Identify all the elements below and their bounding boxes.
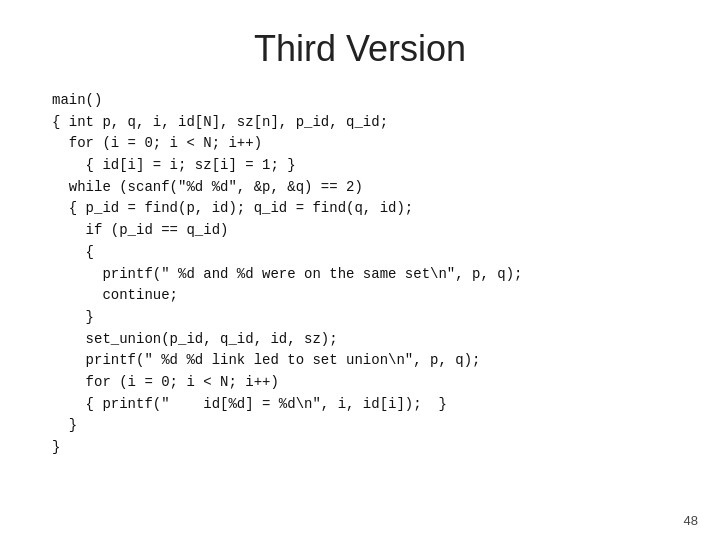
code-line-3: for (i = 0; i < N; i++) [52, 133, 720, 155]
code-line-10: continue; [52, 285, 720, 307]
code-line-14: for (i = 0; i < N; i++) [52, 372, 720, 394]
slide-title: Third Version [0, 0, 720, 88]
code-line-5: while (scanf("%d %d", &p, &q) == 2) [52, 177, 720, 199]
code-line-4: { id[i] = i; sz[i] = 1; } [52, 155, 720, 177]
code-block: main() { int p, q, i, id[N], sz[n], p_id… [0, 88, 720, 459]
code-line-9: printf(" %d and %d were on the same set\… [52, 264, 720, 286]
page-number: 48 [684, 513, 698, 528]
code-line-12: set_union(p_id, q_id, id, sz); [52, 329, 720, 351]
code-line-1: main() [52, 90, 720, 112]
code-line-15: { printf(" id[%d] = %d\n", i, id[i]); } [52, 394, 720, 416]
code-line-6: { p_id = find(p, id); q_id = find(q, id)… [52, 198, 720, 220]
code-line-7: if (p_id == q_id) [52, 220, 720, 242]
code-line-2: { int p, q, i, id[N], sz[n], p_id, q_id; [52, 112, 720, 134]
code-line-16: } [52, 415, 720, 437]
code-line-11: } [52, 307, 720, 329]
code-line-17: } [52, 437, 720, 459]
code-line-13: printf(" %d %d link led to set union\n",… [52, 350, 720, 372]
code-line-8: { [52, 242, 720, 264]
